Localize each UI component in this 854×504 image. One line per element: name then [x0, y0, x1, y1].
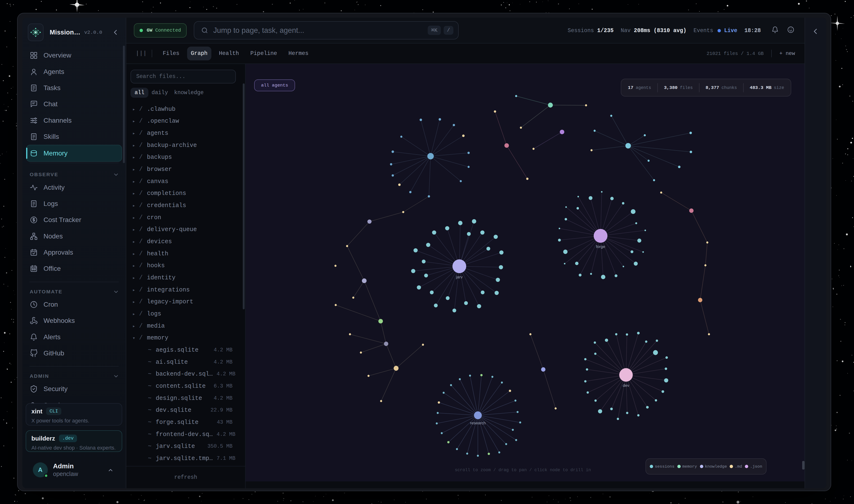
svg-text:forge: forge — [596, 245, 605, 249]
svg-text:jarv: jarv — [456, 275, 463, 279]
svg-text:dev: dev — [623, 383, 629, 388]
svg-text:research: research — [470, 421, 486, 425]
